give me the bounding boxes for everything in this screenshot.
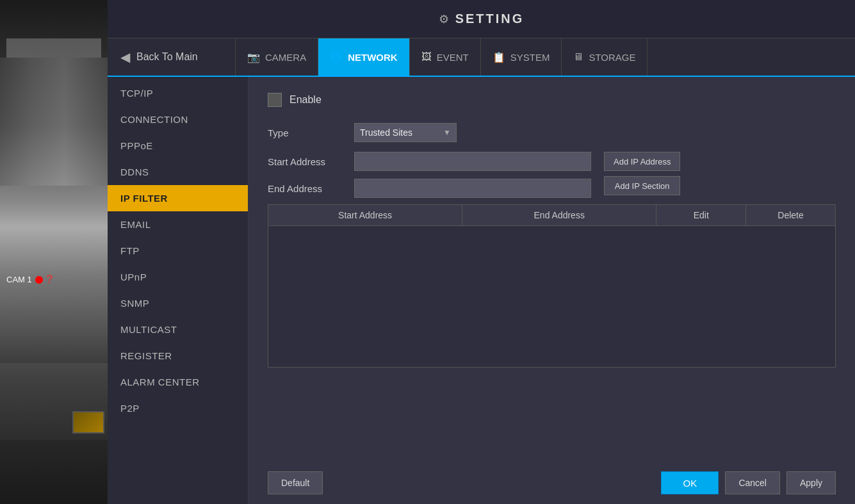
address-inputs: Start Address End Address [268,152,591,198]
table-col-delete: Delete [746,205,835,225]
type-label: Type [268,127,345,138]
system-tab-label: SYSTEM [510,52,550,63]
enable-label: Enable [289,94,322,106]
table-header: Start Address End Address Edit Delete [268,205,835,226]
end-address-label: End Address [268,183,345,194]
sidebar-item-ftp[interactable]: FTP [108,238,248,264]
ipfilter-panel: Enable Type Trusted Sites ▼ Start Addres… [248,77,855,504]
tab-event[interactable]: 🖼 EVENT [410,38,481,76]
address-action-buttons: Add IP Address Add IP Section [604,152,680,195]
page-title: SETTING [455,12,525,26]
sidebar-item-upnp[interactable]: UPnP [108,264,248,290]
add-ip-section-button[interactable]: Add IP Section [604,176,680,195]
apply-button[interactable]: Apply [786,471,836,494]
sidebar-item-ipfilter[interactable]: IP FILTER [108,185,248,211]
back-to-main-label: Back To Main [136,51,198,63]
default-button[interactable]: Default [268,471,323,494]
sidebar-item-multicast[interactable]: MULTICAST [108,316,248,343]
sidebar-item-alarmcenter[interactable]: ALARM CENTER [108,369,248,395]
camera-tab-icon: 📷 [247,51,260,63]
cancel-button[interactable]: Cancel [725,471,780,494]
ok-button[interactable]: OK [661,471,719,494]
start-address-input[interactable] [354,152,591,171]
cam-label-text: CAM 1 [6,275,32,284]
storage-tab-icon: 🖥 [573,51,583,63]
table-col-start: Start Address [268,205,462,225]
sidebar-item-email[interactable]: EMAIL [108,211,248,238]
enable-checkbox[interactable] [268,93,282,107]
main-area: ⚙ SETTING ◀ Back To Main 📷 CAMERA 🌐 NETW… [108,0,855,504]
start-address-label: Start Address [268,156,345,167]
sidebar-item-snmp[interactable]: SNMP [108,290,248,316]
chevron-down-icon: ▼ [443,128,451,137]
type-dropdown[interactable]: Trusted Sites ▼ [354,123,457,142]
cam-recording-indicator [35,276,43,284]
top-nav: ◀ Back To Main 📷 CAMERA 🌐 NETWORK 🖼 EVEN… [108,38,855,77]
storage-tab-label: STORAGE [589,52,635,63]
cam-question-mark: ? [46,273,53,286]
event-tab-label: EVENT [437,52,469,63]
type-row: Type Trusted Sites ▼ [268,123,836,142]
title-bar: ⚙ SETTING [108,0,855,38]
sidebar-item-register[interactable]: REGISTER [108,343,248,369]
sidebar-item-connection[interactable]: CONNECTION [108,106,248,133]
system-tab-icon: 📋 [493,51,505,63]
type-selected-value: Trusted Sites [360,127,443,138]
camera-preview-panel: CAM 1 ? [0,0,108,504]
end-address-row: End Address [268,179,591,198]
sidebar-item-pppoe[interactable]: PPPoE [108,133,248,159]
back-arrow-icon: ◀ [120,49,130,65]
sidebar-item-p2p[interactable]: P2P [108,395,248,421]
back-to-main-button[interactable]: ◀ Back To Main [108,38,236,76]
sidebar-item-ddns[interactable]: DDNS [108,159,248,185]
content-area: TCP/IP CONNECTION PPPoE DDNS IP FILTER E… [108,77,855,504]
tab-storage[interactable]: 🖥 STORAGE [562,38,647,76]
table-col-end: End Address [462,205,656,225]
sidebar: TCP/IP CONNECTION PPPoE DDNS IP FILTER E… [108,77,248,504]
sidebar-item-tcpip[interactable]: TCP/IP [108,80,248,106]
camera-tab-label: CAMERA [265,52,306,63]
network-tab-icon: 🌐 [330,51,343,63]
add-ip-address-button[interactable]: Add IP Address [604,152,680,171]
tab-system[interactable]: 📋 SYSTEM [481,38,562,76]
bottom-action-bar: Default OK Cancel Apply [248,471,855,494]
event-tab-icon: 🖼 [421,51,432,63]
end-address-input[interactable] [354,179,591,198]
table-body [268,226,835,367]
gear-icon: ⚙ [439,12,449,26]
cam-label: CAM 1 ? [6,273,53,286]
table-col-edit: Edit [656,205,746,225]
network-tab-label: NETWORK [348,52,398,63]
tab-network[interactable]: 🌐 NETWORK [318,38,410,76]
start-address-row: Start Address [268,152,591,171]
tab-camera[interactable]: 📷 CAMERA [236,38,318,76]
enable-row: Enable [268,93,836,107]
ip-filter-table: Start Address End Address Edit Delete [268,204,836,368]
